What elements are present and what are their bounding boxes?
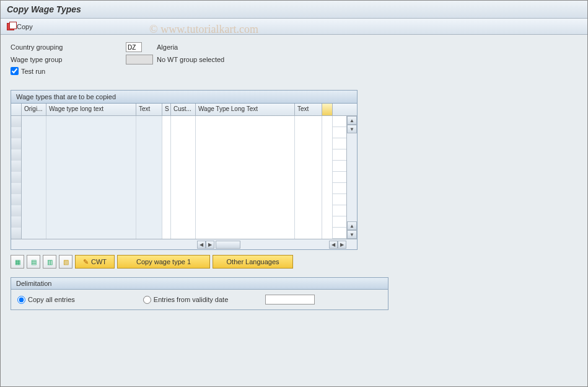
table-cell[interactable] (46, 127, 136, 138)
table-row[interactable] (11, 149, 346, 161)
table-cell[interactable] (162, 138, 171, 149)
col-cust[interactable]: Cust... (171, 104, 196, 115)
table-cell[interactable] (322, 127, 333, 138)
table-cell[interactable] (162, 149, 171, 161)
table-row[interactable] (11, 138, 346, 149)
test-run-checkbox[interactable] (11, 67, 19, 75)
table-cell[interactable] (295, 194, 322, 205)
select-all-button[interactable] (11, 255, 24, 269)
table-cell[interactable] (196, 172, 295, 183)
col-s[interactable]: S (162, 104, 171, 115)
table-cell[interactable] (11, 138, 22, 149)
entries-from-date-radio[interactable] (143, 296, 151, 304)
table-cell[interactable] (171, 194, 196, 205)
table-cell[interactable] (295, 205, 322, 216)
table-cell[interactable] (322, 194, 333, 205)
table-row[interactable] (11, 205, 346, 216)
table-cell[interactable] (171, 228, 196, 239)
table-row[interactable] (11, 127, 346, 138)
table-cell[interactable] (322, 172, 333, 183)
scroll-left2-icon[interactable]: ◀ (329, 241, 338, 249)
table-cell[interactable] (11, 127, 22, 138)
table-cell[interactable] (11, 183, 22, 194)
table-cell[interactable] (22, 127, 46, 138)
table-cell[interactable] (322, 228, 333, 239)
table-cell[interactable] (22, 116, 46, 127)
table-cell[interactable] (322, 183, 333, 194)
col-wage-type-long-text-2[interactable]: Wage Type Long Text (196, 104, 295, 115)
table-cell[interactable] (11, 216, 22, 228)
table-cell[interactable] (171, 138, 196, 149)
table-cell[interactable] (46, 183, 136, 194)
table-row[interactable] (11, 172, 346, 183)
country-grouping-input[interactable] (126, 42, 142, 52)
table-cell[interactable] (196, 149, 295, 161)
grid-config-icon[interactable] (322, 104, 333, 115)
table-cell[interactable] (136, 205, 162, 216)
table-cell[interactable] (11, 205, 22, 216)
deselect-all-button[interactable] (27, 255, 40, 269)
table-cell[interactable] (22, 194, 46, 205)
table-row[interactable] (11, 161, 346, 172)
table-cell[interactable] (162, 127, 171, 138)
validity-date-input[interactable] (265, 295, 315, 305)
table-cell[interactable] (171, 116, 196, 127)
table-row[interactable] (11, 194, 346, 205)
col-rowsel[interactable] (11, 104, 22, 115)
table-cell[interactable] (162, 183, 171, 194)
table-cell[interactable] (171, 161, 196, 172)
table-cell[interactable] (171, 127, 196, 138)
table-cell[interactable] (136, 138, 162, 149)
table-cell[interactable] (196, 127, 295, 138)
table-row[interactable] (11, 228, 346, 239)
table-cell[interactable] (196, 116, 295, 127)
table-cell[interactable] (295, 216, 322, 228)
table-cell[interactable] (295, 228, 322, 239)
table-cell[interactable] (322, 116, 333, 127)
table-cell[interactable] (322, 205, 333, 216)
table-cell[interactable] (46, 228, 136, 239)
table-cell[interactable] (46, 205, 136, 216)
table-cell[interactable] (136, 194, 162, 205)
cwt-button[interactable]: CWT (75, 255, 115, 269)
table-cell[interactable] (322, 161, 333, 172)
table-cell[interactable] (136, 161, 162, 172)
scroll-left-icon[interactable]: ◀ (197, 241, 206, 249)
table-row[interactable] (11, 216, 346, 228)
table-row[interactable] (11, 183, 346, 194)
from-date-radio-row[interactable]: Entries from validity date (143, 296, 228, 304)
col-text[interactable]: Text (136, 104, 162, 115)
table-cell[interactable] (162, 194, 171, 205)
table-cell[interactable] (162, 116, 171, 127)
col-text-2[interactable]: Text (295, 104, 322, 115)
table-cell[interactable] (136, 228, 162, 239)
hscroll-left[interactable]: ◀ ▶ (197, 239, 242, 249)
table-cell[interactable] (322, 138, 333, 149)
table-row[interactable] (11, 116, 346, 127)
table-cell[interactable] (11, 172, 22, 183)
other-languages-button[interactable]: Other Languages (213, 255, 293, 269)
table-cell[interactable] (162, 205, 171, 216)
table-cell[interactable] (22, 228, 46, 239)
table-cell[interactable] (295, 183, 322, 194)
table-cell[interactable] (136, 149, 162, 161)
sort-button[interactable] (43, 255, 56, 269)
table-cell[interactable] (46, 172, 136, 183)
table-cell[interactable] (322, 149, 333, 161)
table-cell[interactable] (11, 116, 22, 127)
table-cell[interactable] (295, 161, 322, 172)
hscroll-thumb[interactable] (216, 241, 240, 249)
scroll-right2-icon[interactable]: ▶ (338, 241, 346, 249)
scroll-down-icon[interactable]: ▼ (347, 125, 357, 133)
table-cell[interactable] (196, 183, 295, 194)
table-cell[interactable] (162, 228, 171, 239)
table-cell[interactable] (196, 205, 295, 216)
table-cell[interactable] (46, 194, 136, 205)
table-cell[interactable] (22, 172, 46, 183)
table-cell[interactable] (11, 149, 22, 161)
scroll-right-icon[interactable]: ▶ (206, 241, 214, 249)
copy-all-radio-row[interactable]: Copy all entries (17, 296, 75, 304)
table-cell[interactable] (196, 161, 295, 172)
table-cell[interactable] (162, 216, 171, 228)
table-cell[interactable] (46, 161, 136, 172)
